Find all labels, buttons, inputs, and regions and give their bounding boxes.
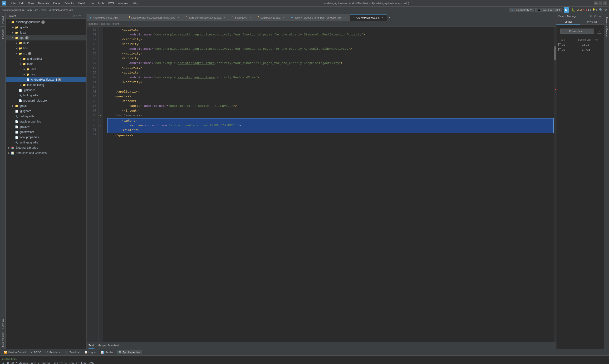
device-manager-settings-icon[interactable]: ⚙ [593, 14, 597, 18]
menu-run[interactable]: Run [87, 1, 96, 6]
tree-item-main[interactable]: ▼ 📁 main [6, 61, 86, 67]
tab-score-java[interactable]: J Score.java ✕ [229, 14, 255, 21]
dm-device-row-1[interactable]: 30 12 GB [557, 42, 604, 47]
tree-item-scratches[interactable]: ▶ 📝 Scratches and Consoles [6, 150, 86, 156]
project-close-icon[interactable]: — [82, 14, 84, 17]
tree-item-test[interactable]: ▶ 📁 test [unitTest] [6, 82, 86, 88]
tab-close-icon[interactable]: ✕ [381, 16, 384, 19]
tab-close-icon[interactable]: ✕ [177, 16, 180, 19]
bottom-tab-text[interactable]: Text [89, 343, 94, 349]
menu-build[interactable]: Build [76, 1, 87, 6]
tree-item-build[interactable]: ▶ 📁 build [6, 40, 86, 46]
code-area[interactable]: <activity android:name="com.example.assi… [103, 27, 554, 342]
tree-item-buildgradle-root[interactable]: 🔧 build.gradle [6, 114, 86, 119]
breadcrumb-item-project[interactable]: assistingAgriculture [2, 9, 25, 12]
breadcrumb-item-manifest[interactable]: AndroidManifest.xml [49, 9, 73, 12]
menu-file[interactable]: File [9, 1, 17, 6]
tab-scroll-right[interactable]: ▾ [387, 14, 392, 21]
tree-item-gradlewbat[interactable]: 📄 gradlew.bat [6, 130, 86, 135]
dm-tab-virtual[interactable]: Virtual [557, 19, 580, 25]
dm-device-row-2[interactable]: 30 9.7 GB [557, 47, 604, 52]
tree-item-libs[interactable]: ▶ 📁 libs [6, 46, 86, 51]
bp-tab-problems[interactable]: ⚠ Problems [44, 350, 62, 354]
project-collapse-icon[interactable]: ≡ [76, 14, 77, 17]
breadcrumb-intent[interactable]: intent [113, 22, 119, 25]
tab-close-icon[interactable]: ✕ [223, 16, 226, 19]
settings-button[interactable]: ⚙ [604, 8, 607, 12]
menu-view[interactable]: View [26, 1, 36, 6]
tree-item-res[interactable]: ▶ 📁 res [6, 72, 86, 77]
vertical-scrollbar[interactable] [554, 27, 556, 342]
breadcrumb-item-main[interactable]: main [41, 9, 46, 12]
dm-checkbox-2[interactable] [558, 48, 561, 51]
tree-item-java[interactable]: ▶ 📁 java [6, 67, 86, 72]
breadcrumb-manifest[interactable]: manifest [89, 22, 99, 25]
tab-activity-xml[interactable]: ◆ activity_disease_and_pest_detection.xm… [288, 14, 350, 21]
favorites-sidebar-label[interactable]: Favorites [1, 317, 5, 330]
breadcrumb-item-src[interactable]: src [35, 9, 38, 12]
tree-item-proguard[interactable]: 📄 proguard-rules.pro [6, 98, 86, 103]
device-manager-new-icon[interactable]: ⊞ [589, 14, 592, 18]
bp-tab-terminal[interactable]: ⬛ Terminal [63, 350, 81, 354]
tab-close-icon[interactable]: ✕ [249, 16, 252, 19]
bp-tab-profiler[interactable]: 📊 Profiler [99, 350, 116, 354]
device-dropdown[interactable]: 📱 Pixel 2 API 30 ▾ [535, 8, 563, 12]
bp-tab-logcat[interactable]: 📋 Logcat [82, 350, 98, 354]
run-button[interactable]: ▶ [564, 7, 569, 13]
resource-manager-label[interactable]: Resource Manager [605, 15, 609, 39]
tree-item-idea[interactable]: ▶ 📁 .idea [6, 30, 86, 35]
bp-tab-version-control[interactable]: 🔀 Version Control [2, 350, 28, 354]
tree-item-androidtest[interactable]: ▶ 📁 androidTest [6, 56, 86, 61]
menu-window[interactable]: Window [116, 1, 130, 6]
breadcrumb-queries[interactable]: queries [101, 22, 110, 25]
tree-item-gradle-hidden[interactable]: ▶ 📁 .gradle [6, 25, 86, 30]
menu-vcs[interactable]: VCS [106, 1, 116, 6]
create-device-button[interactable]: Create device [560, 28, 594, 34]
tab-disease-java[interactable]: J DiseaseAndPestDetectionActivity.java ✕ [126, 14, 183, 21]
tab-close-icon[interactable]: ✕ [282, 16, 285, 19]
tab-androidmanifest-xml[interactable]: ◆ AndroidManifest...xml ✕ [87, 14, 126, 21]
project-sidebar-label[interactable]: Project [1, 14, 5, 26]
device-manager-close-icon[interactable]: — [598, 14, 602, 18]
tree-item-gitignore-root[interactable]: 📄 .gitignore [6, 108, 86, 114]
bp-tab-appinspection[interactable]: 🔍 App Inspection [117, 350, 142, 354]
project-settings-icon[interactable]: ⚙ [73, 14, 75, 17]
warning-gutter-icon[interactable]: ⚠ [100, 124, 102, 127]
menu-help[interactable]: Help [130, 1, 139, 6]
tree-item-settings-gradle[interactable]: 🔧 settings.gradle [6, 140, 86, 145]
tree-item-androidmanifest[interactable]: 📄 AndroidManifest.xml 5 [6, 77, 86, 82]
bp-tab-todo[interactable]: ✓ TODO [29, 350, 43, 354]
tree-item-gradlew[interactable]: 📄 gradlew [6, 124, 86, 130]
close-button[interactable]: ✕ [603, 1, 607, 5]
tree-item-src[interactable]: ▼ 📁 src 4 [6, 51, 86, 56]
tab-close-icon[interactable]: ✕ [119, 16, 123, 19]
search-button[interactable]: 🔍 [599, 8, 603, 12]
project-dots-icon[interactable]: ⋯ [78, 14, 81, 17]
menu-edit[interactable]: Edit [17, 1, 26, 6]
tree-item-buildgradle-app[interactable]: 🔧 build.gradle [6, 93, 86, 98]
bottom-tab-merged-manifest[interactable]: Merged Manifest [98, 343, 119, 349]
tree-item-app[interactable]: ▼ 📁 app 3 [6, 35, 86, 40]
scrollbar-thumb[interactable] [554, 46, 556, 60]
tree-item-root[interactable]: ▼ 📁 assistingAgriculture 1 [6, 20, 86, 25]
maximize-button[interactable]: □ [598, 1, 602, 5]
tree-item-localprops[interactable]: 📄 local.properties [6, 135, 86, 140]
menu-code[interactable]: Code [51, 1, 62, 6]
debug-button[interactable]: 🐛 [570, 7, 576, 13]
tab-androidmanifest-active[interactable]: A AndroidManifest.xml ✕ [350, 14, 387, 21]
tree-item-gitignore-app[interactable]: 📄 .gitignore [6, 88, 86, 93]
dm-tab-physical[interactable]: Physical [580, 19, 604, 25]
menu-refactor[interactable]: Refactor [62, 1, 76, 6]
tree-item-gradle-props[interactable]: 📄 gradle.properties [6, 119, 86, 124]
tab-tobedone-java[interactable]: J ToBeDoneTodayActivity.java ✕ [183, 14, 229, 21]
tab-close-icon[interactable]: ✕ [344, 16, 347, 19]
structure-sidebar-label[interactable]: Structure [1, 28, 5, 41]
annotation-icon-6[interactable]: 6 [100, 115, 101, 117]
build-variants-label[interactable]: Build Variants [1, 330, 5, 349]
menu-tools[interactable]: Tools [96, 1, 106, 6]
tree-item-gradle[interactable]: ▶ 📁 gradle [6, 103, 86, 108]
breadcrumb-item-app[interactable]: app [27, 9, 32, 12]
tree-item-extlibs[interactable]: ▶ 📚 External Libraries [6, 145, 86, 150]
menu-navigate[interactable]: Navigate [36, 1, 51, 6]
run-config-dropdown[interactable]: ⚙ LoginActivity ▾ [509, 8, 534, 12]
